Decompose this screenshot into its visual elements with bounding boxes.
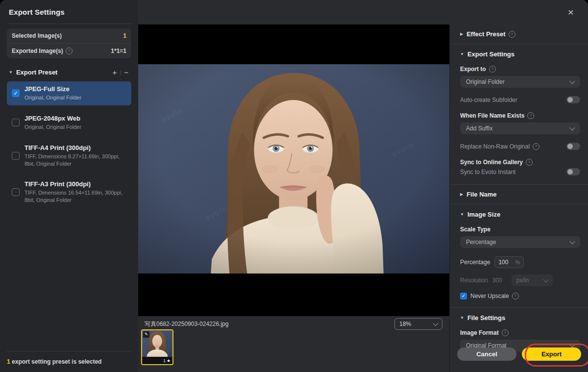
chevron-down-icon xyxy=(433,321,438,326)
selected-images-row: Selected Image(s) 1 xyxy=(7,28,131,43)
resolution-unit-select[interactable]: px/in xyxy=(512,274,553,286)
percentage-unit: % xyxy=(515,259,520,265)
preset-list: ✓ JPEG-Full Size Original, Original Fold… xyxy=(7,81,131,208)
help-icon[interactable]: ? xyxy=(526,159,533,166)
selected-images-value: 1 xyxy=(123,32,126,39)
resolution-unit-value: px/in xyxy=(516,277,529,284)
export-to-value: Original Folder xyxy=(466,78,505,85)
help-icon[interactable]: ? xyxy=(527,112,534,119)
resolution-label: Resolution xyxy=(460,277,488,284)
file-settings-label: File Settings xyxy=(467,314,505,322)
dialog-title-bar: Export Settings × xyxy=(0,0,588,25)
help-icon[interactable]: ? xyxy=(66,48,73,54)
help-icon[interactable]: ? xyxy=(502,329,509,336)
export-settings-dialog: Selected Image(s) 1 Exported Image(s) ? … xyxy=(0,0,588,372)
help-icon[interactable]: ? xyxy=(489,66,496,73)
file-settings-header[interactable]: ▼ File Settings xyxy=(460,314,580,322)
preset-checkbox[interactable] xyxy=(12,119,20,126)
exported-images-value: 1*1=1 xyxy=(111,48,126,54)
preview-filename: 写真0682-20250903-024226.jpg xyxy=(145,320,228,328)
preset-checkbox[interactable] xyxy=(12,188,20,196)
preview-photo: evoto evoto evoto evoto evoto xyxy=(138,64,449,273)
export-button[interactable]: Export xyxy=(522,347,581,361)
section-file-name[interactable]: ▶ File Name xyxy=(450,185,588,204)
thumbnail-rating-bar: 1 ★ xyxy=(142,357,172,364)
auto-subfolder-label: Auto-create Subfolder xyxy=(460,97,566,103)
preset-title: TIFF-A3 Print (300dpi) xyxy=(24,180,127,188)
chevron-down-icon xyxy=(543,277,548,282)
close-icon[interactable]: × xyxy=(564,6,577,19)
chevron-down-icon xyxy=(569,125,575,130)
preset-checkbox[interactable] xyxy=(12,152,20,160)
preset-item-jpeg-2048px[interactable]: JPEG-2048px Web Original, Original Folde… xyxy=(7,111,131,135)
dialog-title: Export Settings xyxy=(9,8,65,16)
export-options-panel: ▶ Effect Preset ? ▼ Export Settings Expo… xyxy=(449,25,588,372)
preset-footer: 1 export setting preset is selected xyxy=(7,351,131,372)
preset-desc: TIFF, Dimensions 16.54×11.69in, 300ppi, … xyxy=(24,189,127,204)
sync-instant-label: Sync to Evoto Instant xyxy=(460,169,566,175)
preset-title: JPEG-2048px Web xyxy=(24,115,81,122)
replace-nonraw-toggle[interactable] xyxy=(566,143,580,150)
chevron-down-icon xyxy=(569,239,575,244)
effect-preset-label: Effect Preset xyxy=(466,30,505,38)
export-to-select[interactable]: Original Folder xyxy=(460,76,580,88)
export-preset-header[interactable]: ▼ Export Preset + | − xyxy=(9,68,131,76)
export-settings-label: Export Settings xyxy=(467,50,514,58)
percentage-input[interactable] xyxy=(498,259,512,266)
preset-desc: Original, Original Folder xyxy=(24,124,81,131)
section-effect-preset[interactable]: ▶ Effect Preset ? xyxy=(450,25,588,44)
export-to-label: Export to xyxy=(460,66,486,73)
rating-count: 1 xyxy=(163,358,166,363)
resolution-value: 300 xyxy=(492,277,502,284)
when-exists-value: Add Suffix xyxy=(466,125,492,132)
selected-preset-text: export setting preset is selected xyxy=(12,358,101,365)
add-preset-button[interactable]: + xyxy=(110,68,120,76)
export-settings-header[interactable]: ▼ Export Settings xyxy=(460,50,580,58)
triangle-down-icon: ▼ xyxy=(460,212,464,217)
pencil-icon[interactable]: ✎ xyxy=(143,331,149,338)
image-size-label: Image Size xyxy=(467,211,500,218)
selected-images-label: Selected Image(s) xyxy=(12,32,62,39)
help-icon[interactable]: ? xyxy=(512,293,519,299)
selected-preset-count: 1 xyxy=(7,358,10,365)
section-export-settings: ▼ Export Settings Export to ? Original F… xyxy=(450,44,588,185)
help-icon[interactable]: ? xyxy=(533,143,539,150)
triangle-right-icon: ▶ xyxy=(460,192,463,197)
preview-info-row: 写真0682-20250903-024226.jpg 18% xyxy=(138,316,449,331)
percentage-label: Percentage xyxy=(460,259,490,266)
never-upscale-row: ✓ Never Upscale ? xyxy=(460,293,580,299)
sync-instant-row: Sync to Evoto Instant xyxy=(460,168,580,175)
preset-desc: Original, Original Folder xyxy=(24,94,81,101)
triangle-down-icon: ▼ xyxy=(9,70,13,74)
cancel-button[interactable]: Cancel xyxy=(457,347,516,361)
sync-gallery-label: Sync to Online Gallery xyxy=(460,159,523,166)
preset-item-tiff-a4[interactable]: TIFF-A4 Print (300dpi) TIFF, Dimensions … xyxy=(7,140,131,172)
preset-checkbox-checked[interactable]: ✓ xyxy=(12,89,20,97)
remove-preset-button[interactable]: − xyxy=(121,68,131,76)
thumbnail-item[interactable]: ✎ 1 ★ xyxy=(141,329,173,365)
chevron-down-icon xyxy=(569,78,575,84)
replace-nonraw-row: Replace Non-Raw Original ? xyxy=(460,143,580,150)
dialog-buttons: Cancel Export xyxy=(450,344,588,365)
resolution-row: Resolution 300 px/in xyxy=(460,274,580,286)
exported-images-row: Exported Image(s) ? 1*1=1 xyxy=(7,43,131,58)
zoom-level-select[interactable]: 18% xyxy=(394,318,442,330)
sync-instant-toggle[interactable] xyxy=(566,168,580,175)
preset-item-tiff-a3[interactable]: TIFF-A3 Print (300dpi) TIFF, Dimensions … xyxy=(7,176,131,208)
auto-subfolder-toggle[interactable] xyxy=(566,96,580,103)
triangle-down-icon: ▼ xyxy=(460,52,464,56)
preset-desc: TIFF, Dimensions 8.27×11.69in, 300ppi, 8… xyxy=(24,153,127,168)
preset-panel: Selected Image(s) 1 Exported Image(s) ? … xyxy=(0,0,138,372)
triangle-down-icon: ▼ xyxy=(460,316,464,320)
portrait-illustration: evoto evoto evoto evoto evoto xyxy=(138,64,449,273)
scale-type-select[interactable]: Percentage xyxy=(460,236,580,248)
image-size-header[interactable]: ▼ Image Size xyxy=(460,211,580,218)
scale-type-label: Scale Type xyxy=(460,226,490,233)
never-upscale-label: Never Upscale xyxy=(470,293,509,299)
preset-item-jpeg-full-size[interactable]: ✓ JPEG-Full Size Original, Original Fold… xyxy=(7,81,131,105)
zoom-level-value: 18% xyxy=(399,321,411,327)
never-upscale-checkbox[interactable]: ✓ xyxy=(460,293,467,299)
auto-subfolder-row: Auto-create Subfolder xyxy=(460,96,580,103)
when-exists-select[interactable]: Add Suffix xyxy=(460,123,580,134)
help-icon[interactable]: ? xyxy=(509,31,515,38)
